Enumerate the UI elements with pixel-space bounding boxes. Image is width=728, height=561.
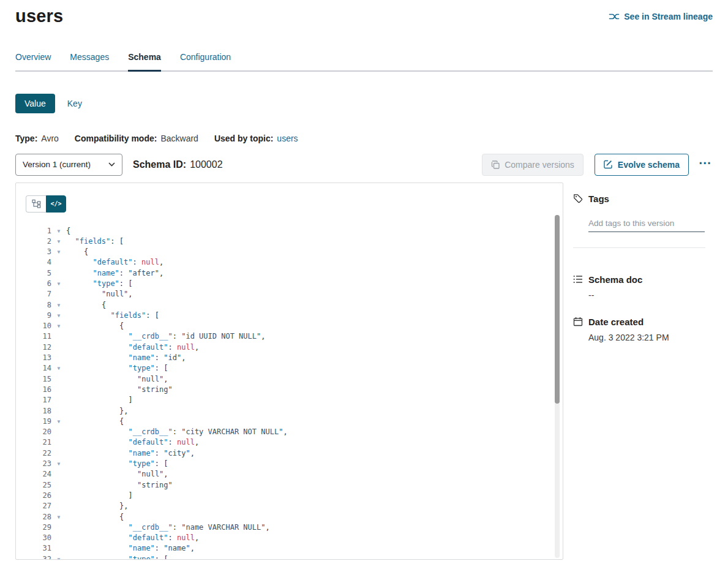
value-toggle-button[interactable]: Value — [15, 94, 55, 113]
version-select-value: Version 1 (current) — [23, 160, 91, 169]
code-line: 8▼{ — [26, 300, 563, 311]
sidebar-divider — [573, 247, 705, 248]
line-number: 3 — [26, 247, 51, 257]
fold-caret-empty — [51, 543, 66, 554]
schema-doc-value: -- — [588, 290, 713, 300]
calendar-icon — [573, 317, 583, 326]
date-created-title: Date created — [588, 317, 644, 327]
code-text: "name": "id", — [66, 353, 186, 363]
stream-lineage-label: See in Stream lineage — [624, 12, 713, 21]
tree-view-button[interactable] — [26, 195, 46, 213]
code-text: "default": null, — [66, 533, 199, 543]
line-number: 5 — [26, 268, 51, 279]
code-text: "string" — [66, 385, 173, 395]
code-text: ] — [66, 491, 133, 501]
line-number: 18 — [26, 406, 51, 416]
fold-caret-icon[interactable]: ▼ — [51, 311, 66, 321]
fold-caret-empty — [51, 406, 66, 416]
fold-caret-icon[interactable]: ▼ — [51, 236, 66, 247]
line-number: 23 — [26, 459, 51, 469]
line-number: 6 — [26, 279, 51, 289]
code-text: "name": "city", — [66, 448, 195, 459]
date-created-value: Aug. 3 2022 3:21 PM — [588, 333, 713, 342]
fold-caret-icon[interactable]: ▼ — [51, 554, 66, 560]
line-number: 28 — [26, 512, 51, 522]
code-text: "__crdb__": "name VARCHAR NULL", — [66, 522, 270, 533]
code-line: 28▼{ — [26, 512, 563, 522]
code-text: "type": [ — [66, 459, 168, 469]
version-select[interactable]: Version 1 (current) — [15, 154, 122, 176]
tree-view-icon — [32, 199, 41, 208]
code-line: 22"name": "city", — [26, 448, 563, 459]
code-line: 7"null", — [26, 289, 563, 299]
line-number: 11 — [26, 331, 51, 342]
date-created-section-header: Date created — [573, 317, 713, 327]
line-number: 29 — [26, 522, 51, 533]
fold-caret-empty — [51, 268, 66, 279]
code-text: "default": null, — [66, 342, 199, 353]
line-number: 4 — [26, 257, 51, 268]
fold-caret-empty — [51, 331, 66, 342]
code-text: "type": [ — [66, 363, 168, 374]
line-number: 1 — [26, 226, 51, 236]
compare-versions-button[interactable]: Compare versions — [482, 154, 584, 176]
value-key-toggle: Value Key — [15, 94, 713, 113]
code-line: 27}, — [26, 501, 563, 511]
code-line: 20"__crdb__": "city VARCHAR NOT NULL", — [26, 427, 563, 437]
stream-lineage-link[interactable]: See in Stream lineage — [609, 12, 713, 21]
fold-caret-icon[interactable]: ▼ — [51, 226, 66, 236]
code-text: { — [66, 247, 88, 257]
scrollbar[interactable] — [555, 215, 560, 558]
code-text: { — [66, 416, 124, 427]
tab-overview[interactable]: Overview — [15, 52, 51, 72]
code-line: 1▼{ — [26, 226, 563, 236]
fold-caret-icon[interactable]: ▼ — [51, 459, 66, 469]
tag-icon — [573, 194, 583, 203]
key-toggle-button[interactable]: Key — [67, 99, 82, 108]
edit-schema-icon — [604, 160, 613, 169]
fold-caret-icon[interactable]: ▼ — [51, 279, 66, 289]
details-sidebar: Tags Schema doc -- — [563, 183, 713, 560]
tab-schema[interactable]: Schema — [128, 52, 161, 72]
code-text: "type": [ — [66, 279, 133, 289]
line-number: 20 — [26, 427, 51, 437]
line-number: 7 — [26, 289, 51, 299]
fold-caret-icon[interactable]: ▼ — [51, 363, 66, 374]
code-text: ] — [66, 395, 133, 405]
fold-caret-icon[interactable]: ▼ — [51, 247, 66, 257]
code-line: 2▼"fields": [ — [26, 236, 563, 247]
topic-link[interactable]: users — [277, 134, 298, 143]
fold-caret-empty — [51, 342, 66, 353]
line-number: 16 — [26, 385, 51, 395]
fold-caret-empty — [51, 395, 66, 405]
fold-caret-icon[interactable]: ▼ — [51, 321, 66, 331]
code-text: "name": "name", — [66, 543, 195, 554]
code-text: "__crdb__": "city VARCHAR NOT NULL", — [66, 427, 288, 437]
evolve-schema-button[interactable]: Evolve schema — [595, 154, 689, 176]
tags-title: Tags — [588, 194, 609, 204]
code-view-button[interactable]: </> — [46, 195, 66, 213]
fold-caret-icon[interactable]: ▼ — [51, 300, 66, 311]
code-text: { — [66, 512, 124, 522]
more-options-button[interactable]: ⋯ — [697, 156, 713, 173]
code-text: "null", — [66, 289, 133, 299]
schema-doc-title: Schema doc — [588, 274, 642, 285]
tab-configuration[interactable]: Configuration — [180, 52, 231, 72]
fold-caret-icon[interactable]: ▼ — [51, 416, 66, 427]
code-line: 3▼{ — [26, 247, 563, 257]
schema-id-value: 100002 — [190, 159, 222, 170]
tab-bar: Overview Messages Schema Configuration — [15, 52, 713, 72]
fold-caret-empty — [51, 427, 66, 437]
fold-caret-empty — [51, 257, 66, 268]
code-line: 24"null", — [26, 469, 563, 480]
line-number: 24 — [26, 469, 51, 480]
code-line: 10▼{ — [26, 321, 563, 331]
tags-input[interactable] — [588, 217, 705, 232]
code-line: 18}, — [26, 406, 563, 416]
fold-caret-empty — [51, 480, 66, 491]
code-text: "default": null, — [66, 257, 163, 268]
evolve-schema-label: Evolve schema — [618, 160, 680, 170]
scrollbar-thumb[interactable] — [555, 215, 560, 404]
tab-messages[interactable]: Messages — [70, 52, 109, 72]
fold-caret-icon[interactable]: ▼ — [51, 512, 66, 522]
